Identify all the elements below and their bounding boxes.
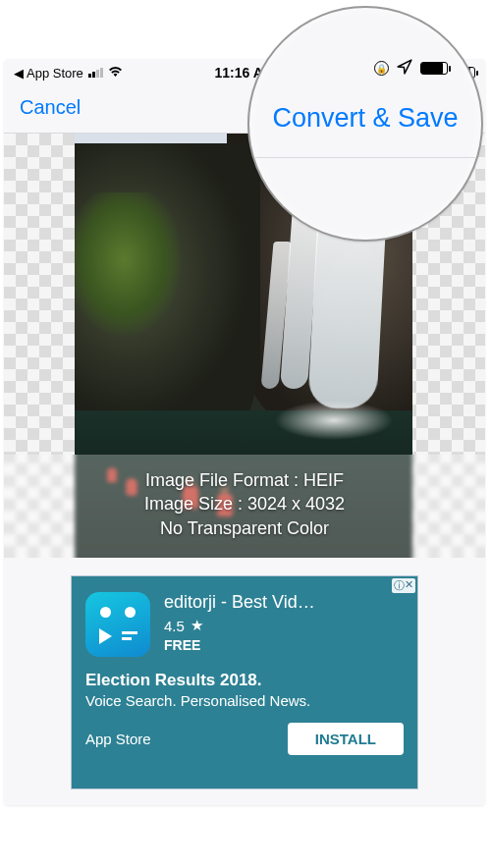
ad-title: editorji - Best Vid… <box>164 592 404 613</box>
ad-rating-value: 4.5 <box>164 618 185 634</box>
wifi-icon <box>108 65 123 81</box>
adchoices-icon: ⓘ <box>394 578 405 593</box>
ad-footer: App Store INSTALL <box>72 709 417 755</box>
orientation-lock-icon: 🔒 <box>374 61 389 76</box>
status-left: ◀ App Store <box>14 65 168 81</box>
back-app-label: App Store <box>27 66 83 81</box>
install-button[interactable]: INSTALL <box>288 723 404 755</box>
ad-store-label: App Store <box>85 731 151 747</box>
meta-transparency: No Transparent Color <box>4 516 485 540</box>
ad-app-icon <box>85 592 150 657</box>
ad-subline: Voice Search. Personalised News. <box>85 692 404 709</box>
back-to-app[interactable]: ◀ App Store <box>14 66 83 81</box>
meta-format: Image File Format : HEIF <box>4 468 485 492</box>
location-icon <box>397 59 412 78</box>
ad-rating: 4.5 ★ <box>164 617 404 634</box>
battery-icon <box>420 62 448 75</box>
image-metadata: Image File Format : HEIF Image Size : 30… <box>4 468 485 540</box>
magnifier-callout: 🔒 Convert & Save <box>247 6 483 242</box>
magnified-status-icons: 🔒 <box>249 59 481 78</box>
ad-body: Election Results 2018. Voice Search. Per… <box>72 663 417 709</box>
ad-info: editorji - Best Vid… 4.5 ★ FREE <box>164 592 404 657</box>
ad-price: FREE <box>164 637 404 653</box>
ad-choices[interactable]: ⓘ ✕ <box>392 578 415 593</box>
ad-container: ⓘ ✕ editorji - Best Vid… 4.5 ★ FREE <box>4 558 485 805</box>
cancel-button[interactable]: Cancel <box>20 96 81 119</box>
ad-close-icon: ✕ <box>405 578 413 593</box>
ad-header: editorji - Best Vid… 4.5 ★ FREE <box>72 576 417 663</box>
back-chevron-icon: ◀ <box>14 66 24 81</box>
cellular-signal-icon <box>88 68 103 78</box>
meta-size: Image Size : 3024 x 4032 <box>4 492 485 515</box>
magnified-convert-save-button[interactable]: Convert & Save <box>272 103 458 134</box>
ad-headline: Election Results 2018. <box>85 671 404 690</box>
star-icon: ★ <box>191 617 203 634</box>
ad-card[interactable]: ⓘ ✕ editorji - Best Vid… 4.5 ★ FREE <box>71 575 418 789</box>
magnified-nav-divider <box>249 157 481 158</box>
